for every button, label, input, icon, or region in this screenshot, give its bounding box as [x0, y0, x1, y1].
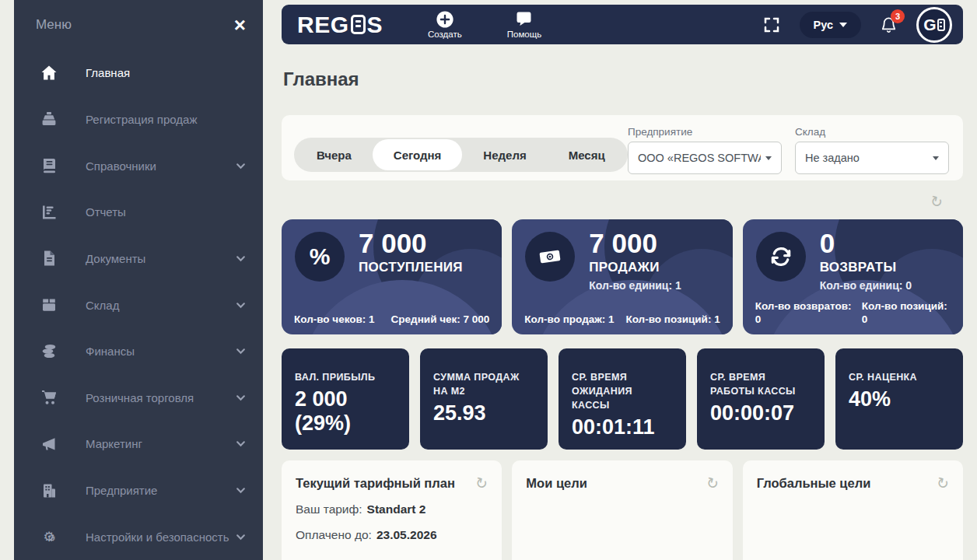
- refresh-icon[interactable]: ↻: [705, 474, 720, 492]
- stat-card-gross-profit[interactable]: ВАЛ. ПРИБЫЛЬ 2 000 (29%): [282, 348, 409, 450]
- stat-footer: Кол-во чеков: 1 Средний чек: 7 000: [294, 313, 489, 327]
- stat-footer-item: Кол-во чеков: 1: [294, 313, 375, 327]
- stat-title: ВАЛ. ПРИБЫЛЬ: [295, 370, 396, 384]
- warehouse-select[interactable]: Не задано: [795, 142, 949, 174]
- stat-title: СР. ВРЕМЯ ОЖИДАНИЯ КАССЫ: [572, 370, 673, 412]
- percent-glyph: %: [310, 243, 331, 270]
- chevron-down-icon: [236, 440, 246, 447]
- panel-head: Глобальные цели ↻: [757, 476, 949, 491]
- enterprise-field-group: Предприятие ООО «REGOS SOFTWARE: [628, 126, 782, 174]
- document-icon: [39, 248, 59, 268]
- period-month[interactable]: Месяц: [548, 139, 626, 170]
- refresh-icon[interactable]: ↻: [474, 474, 489, 492]
- avatar-letter: G: [923, 16, 936, 34]
- language-selector[interactable]: Рус: [800, 12, 861, 38]
- filter-bar: Вчера Сегодня Неделя Месяц Предприятие О…: [282, 115, 963, 180]
- sidebar-item-label: Склад: [86, 299, 236, 312]
- stat-card-avg-wait-time[interactable]: СР. ВРЕМЯ ОЖИДАНИЯ КАССЫ 00:01:11: [559, 348, 686, 450]
- sidebar-item-enterprise[interactable]: Предприятие: [14, 467, 263, 514]
- stat-card-avg-markup[interactable]: СР. НАЦЕНКА 40%: [835, 348, 963, 450]
- chevron-down-icon: [236, 302, 246, 309]
- sidebar-item-warehouse[interactable]: Склад: [14, 282, 263, 328]
- stat-footer-item: Кол-во продаж: 1: [524, 313, 614, 327]
- chevron-down-icon: [236, 394, 246, 401]
- stat-title: СР. ВРЕМЯ РАБОТЫ КАССЫ: [710, 370, 811, 398]
- sidebar-item-label: Документы: [86, 252, 236, 265]
- stat-card-avg-work-time[interactable]: СР. ВРЕМЯ РАБОТЫ КАССЫ 00:00:07: [697, 348, 825, 450]
- period-today[interactable]: Сегодня: [373, 139, 463, 170]
- stat-value: 2 000 (29%): [295, 387, 396, 436]
- stat-text-block: 7 000 ПОСТУПЛЕНИЯ: [359, 229, 463, 275]
- enterprise-label: Предприятие: [628, 126, 782, 138]
- sidebar-item-label: Отчеты: [86, 205, 246, 219]
- period-week[interactable]: Неделя: [462, 139, 547, 170]
- stat-card-sales[interactable]: 7 000 ПРОДАЖИ Кол-во единиц: 1 Кол-во пр…: [512, 219, 732, 334]
- stat-label: ВОЗВРАТЫ: [820, 260, 912, 275]
- chevron-down-icon: [236, 534, 246, 541]
- sidebar-item-label: Финансы: [86, 345, 236, 358]
- building-icon: [39, 481, 59, 501]
- stat-title: СУММА ПРОДАЖ НА М2: [433, 370, 534, 398]
- warehouse-value: Не задано: [805, 152, 860, 164]
- stat-value: 00:01:11: [572, 415, 673, 439]
- language-label: Рус: [814, 19, 833, 31]
- report-icon: [39, 202, 59, 222]
- sidebar-item-reports[interactable]: Отчеты: [14, 189, 263, 236]
- chevron-down-icon: [236, 255, 246, 262]
- chevron-down-icon: [236, 487, 246, 494]
- stat-value: 7 000: [359, 229, 463, 259]
- stat-value: 7 000: [589, 229, 681, 259]
- stat-footer-item: Кол-во позиций: 0: [862, 299, 951, 327]
- regos-logo[interactable]: REGS: [297, 12, 383, 38]
- sidebar-item-sales-registration[interactable]: Регистрация продаж: [14, 96, 263, 143]
- period-yesterday[interactable]: Вчера: [296, 139, 373, 170]
- coins-icon: [39, 341, 59, 362]
- line-label: Оплачено до:: [296, 528, 372, 542]
- sidebar-header: Меню ×: [14, 0, 263, 50]
- notifications-button[interactable]: 3: [880, 15, 898, 34]
- home-icon: [39, 63, 59, 83]
- gear-glyph-small: ⚙: [47, 534, 56, 543]
- sidebar-item-label: Маркетинг: [86, 437, 236, 450]
- line-value: 23.05.2026: [376, 528, 437, 542]
- fullscreen-icon[interactable]: [762, 16, 781, 34]
- caret-down-icon: [765, 156, 772, 160]
- help-label: Помощь: [507, 30, 541, 39]
- sidebar-item-documents[interactable]: Документы: [14, 236, 263, 282]
- global-goals-panel: Глобальные цели ↻: [743, 460, 963, 560]
- tariff-line: Ваш тариф: Standart 2: [296, 502, 488, 516]
- megaphone-icon: [39, 434, 59, 454]
- help-button[interactable]: Помощь: [507, 10, 541, 39]
- stat-footer: Кол-во продаж: 1 Кол-во позиций: 1: [524, 313, 720, 327]
- sidebar-item-home[interactable]: Главная: [14, 50, 263, 96]
- sidebar-item-label: Справочники: [86, 159, 236, 173]
- topbar-right-group: Рус 3 G: [762, 7, 952, 43]
- period-segmented-control: Вчера Сегодня Неделя Месяц: [294, 138, 628, 172]
- sidebar-item-retail[interactable]: Розничная торговля: [14, 374, 263, 421]
- enterprise-select[interactable]: ООО «REGOS SOFTWARE: [628, 142, 782, 174]
- stat-footer-item: Кол-во возвратов: 0: [755, 299, 854, 327]
- sidebar-item-finance[interactable]: Финансы: [14, 328, 263, 375]
- sidebar-item-settings-security[interactable]: ⚙ ⚙ Настройки и безопасность: [14, 513, 263, 560]
- stat-card-sales-per-m2[interactable]: СУММА ПРОДАЖ НА М2 25.93: [420, 348, 548, 450]
- stat-footer-item: Средний чек: 7 000: [391, 313, 490, 327]
- stat-card-returns[interactable]: 0 ВОЗВРАТЫ Кол-во единиц: 0 Кол-во возвр…: [743, 219, 963, 334]
- panel-head: Мои цели ↻: [526, 476, 718, 491]
- sidebar-item-label: Настройки и безопасность: [86, 530, 236, 544]
- avatar[interactable]: G: [916, 7, 952, 43]
- sidebar-item-label: Предприятие: [86, 484, 236, 497]
- stat-label: ПОСТУПЛЕНИЯ: [359, 260, 463, 275]
- create-button[interactable]: Создать: [428, 10, 462, 39]
- small-stat-cards: ВАЛ. ПРИБЫЛЬ 2 000 (29%) СУММА ПРОДАЖ НА…: [282, 348, 963, 450]
- line-value: Standart 2: [367, 502, 426, 516]
- refresh-icon[interactable]: ↻: [935, 474, 951, 492]
- refresh-stats-icon[interactable]: ↻: [929, 193, 944, 210]
- logo-text-left: REG: [297, 12, 349, 38]
- stat-card-receipts[interactable]: % 7 000 ПОСТУПЛЕНИЯ Кол-во чеков: 1 Сред…: [282, 219, 502, 334]
- stat-value: 40%: [849, 387, 950, 411]
- chevron-down-icon: [236, 348, 246, 355]
- close-icon[interactable]: ×: [234, 15, 246, 35]
- sidebar-item-marketing[interactable]: Маркетинг: [14, 421, 263, 467]
- sidebar-item-directories[interactable]: Справочники: [14, 142, 263, 189]
- returns-icon: [756, 232, 806, 282]
